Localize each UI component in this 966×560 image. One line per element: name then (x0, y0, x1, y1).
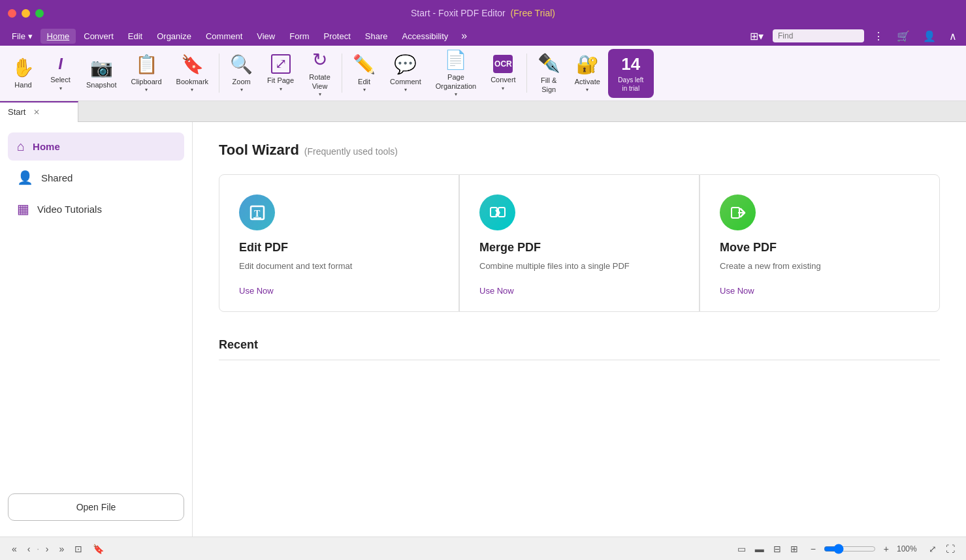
zoom-icon: 🔍 (230, 54, 253, 75)
tool-rotateview[interactable]: ↻ RotateView ▾ (302, 49, 338, 98)
tool-snapshot[interactable]: 📷 Snapshot (80, 49, 123, 98)
card-mergepdf[interactable]: Merge PDF Combine multiple files into a … (459, 174, 700, 312)
movepdf-usenow[interactable]: Use Now (720, 286, 920, 296)
tool-fillsign[interactable]: ✒️ Fill &Sign (531, 49, 567, 98)
fit-width-icon[interactable]: ⤢ (926, 542, 940, 555)
app-title: Start - Foxit PDF Editor (411, 8, 506, 18)
content-area: Tool Wizard (Frequently used tools) T Ed… (193, 122, 966, 537)
svg-text:T: T (254, 209, 261, 219)
status-bar: « ‹ · › » ⊡ 🔖 ▭ ▬ ⊟ ⊞ − + 100% ⤢ ⛶ (0, 537, 966, 560)
menu-share[interactable]: Share (359, 29, 394, 44)
window-controls[interactable] (8, 9, 44, 18)
user-icon[interactable]: 👤 (919, 29, 940, 44)
tab-start[interactable]: Start ✕ (0, 101, 78, 122)
status-nav: « ‹ · › » ⊡ 🔖 (8, 542, 108, 555)
tool-select[interactable]: I Select ▾ (42, 49, 78, 98)
maximize-button[interactable] (35, 9, 44, 18)
minimize-button[interactable] (22, 9, 30, 18)
tab-close-button[interactable]: ✕ (33, 108, 40, 117)
view-grid-icon[interactable]: ⊞ (787, 542, 801, 555)
view-double-icon[interactable]: ▬ (752, 542, 767, 555)
select-icon: I (58, 55, 63, 73)
nav-next[interactable]: › (42, 542, 53, 555)
tool-convert[interactable]: OCR Convert ▾ (484, 49, 523, 98)
menu-edit[interactable]: Edit (121, 29, 149, 44)
mergepdf-usenow[interactable]: Use Now (479, 286, 679, 296)
sidebar: ⌂ Home 👤 Shared ▦ Video Tutorials Open F… (0, 122, 193, 537)
movepdf-icon (720, 194, 756, 230)
editpdf-usenow[interactable]: Use Now (239, 286, 439, 296)
card-movepdf[interactable]: Move PDF Create a new from existing Use … (700, 174, 940, 312)
tool-clipboard-label: Clipboard (131, 78, 161, 86)
trial-label: (Free Trial) (511, 8, 555, 18)
tool-activate[interactable]: 🔐 Activate ▾ (568, 49, 607, 98)
menu-comment[interactable]: Comment (199, 29, 249, 44)
status-extra-icons: ⤢ ⛶ (926, 542, 958, 555)
separator-3 (526, 54, 527, 93)
tool-pageorg[interactable]: 📄 PageOrganization ▾ (429, 49, 483, 98)
editpdf-title: Edit PDF (239, 241, 439, 255)
sidebar-shared-label: Shared (41, 172, 72, 183)
pageorg-icon: 📄 (444, 49, 467, 70)
close-button[interactable] (8, 9, 16, 18)
tool-zoom[interactable]: 🔍 Zoom ▾ (223, 49, 259, 98)
sidebar-item-home[interactable]: ⌂ Home (8, 132, 184, 161)
collapse-icon[interactable]: ∧ (945, 29, 961, 44)
open-file-button[interactable]: Open File (8, 493, 184, 521)
tool-bookmark[interactable]: 🔖 Bookmark ▾ (170, 49, 216, 98)
menu-organize[interactable]: Organize (150, 29, 198, 44)
menu-more[interactable]: » (456, 29, 472, 43)
menu-view[interactable]: View (250, 29, 282, 44)
search-input[interactable] (773, 29, 864, 42)
mergepdf-icon (479, 194, 515, 230)
nav-thumbnail[interactable]: ⊡ (71, 542, 86, 555)
menu-form[interactable]: Form (283, 29, 315, 44)
menu-file[interactable]: File ▾ (5, 29, 39, 44)
sidebar-home-label: Home (33, 141, 60, 152)
tool-fitpage[interactable]: ⤢ Fit Page ▾ (261, 49, 300, 98)
nav-prev[interactable]: ‹ (24, 542, 35, 555)
sidebar-item-shared[interactable]: 👤 Shared (8, 163, 184, 192)
menu-bar: File ▾ Home Convert Edit Organize Commen… (0, 26, 966, 46)
tool-clipboard[interactable]: 📋 Clipboard ▾ (124, 49, 168, 98)
tool-select-label: Select (50, 76, 71, 84)
menu-convert[interactable]: Convert (77, 29, 120, 44)
comment-arrow: ▾ (404, 87, 407, 93)
zoom-in-button[interactable]: + (880, 542, 893, 555)
view-options-icon[interactable]: ⊞▾ (746, 29, 767, 44)
tool-zoom-label: Zoom (233, 78, 251, 86)
days-left-label: Days leftin trial (618, 76, 643, 93)
title-bar: Start - Foxit PDF Editor (Free Trial) (0, 0, 966, 26)
recent-divider (219, 360, 940, 360)
nav-next-next[interactable]: » (55, 542, 68, 555)
tool-daysleft[interactable]: 14 Days leftin trial (608, 49, 654, 98)
tool-cards: T Edit PDF Edit document and text format… (219, 174, 940, 312)
tool-hand[interactable]: ✋ Hand (5, 49, 41, 98)
expand-icon[interactable]: ⛶ (942, 542, 958, 555)
nav-prev-prev[interactable]: « (8, 542, 21, 555)
tool-pageorg-label: PageOrganization (436, 73, 476, 90)
convert-arrow: ▾ (502, 86, 504, 91)
sidebar-item-videotutorials[interactable]: ▦ Video Tutorials (8, 194, 184, 223)
tool-edit-label: Edit (358, 78, 370, 86)
shared-icon: 👤 (17, 170, 33, 185)
view-single-icon[interactable]: ▭ (734, 542, 749, 555)
movepdf-title: Move PDF (720, 241, 920, 255)
menu-accessibility[interactable]: Accessibility (395, 29, 455, 44)
sidebar-video-label: Video Tutorials (37, 204, 102, 215)
card-editpdf[interactable]: T Edit PDF Edit document and text format… (219, 174, 459, 312)
tool-rotateview-label: RotateView (309, 73, 330, 90)
tool-edit[interactable]: ✏️ Edit ▾ (346, 49, 382, 98)
view-columns-icon[interactable]: ⊟ (770, 542, 784, 555)
cart-icon[interactable]: 🛒 (893, 29, 914, 44)
zoom-out-button[interactable]: − (807, 542, 820, 555)
menu-protect[interactable]: Protect (317, 29, 357, 44)
menu-home[interactable]: Home (40, 29, 76, 44)
tool-comment[interactable]: 💬 Comment ▾ (383, 49, 428, 98)
zoom-slider[interactable] (824, 544, 876, 554)
clipboard-icon: 📋 (135, 54, 158, 75)
select-arrow: ▾ (59, 86, 62, 91)
more-options-icon[interactable]: ⋮ (869, 29, 888, 44)
nav-bookmark[interactable]: 🔖 (89, 542, 108, 555)
zoom-controls: − + 100% (807, 542, 920, 555)
